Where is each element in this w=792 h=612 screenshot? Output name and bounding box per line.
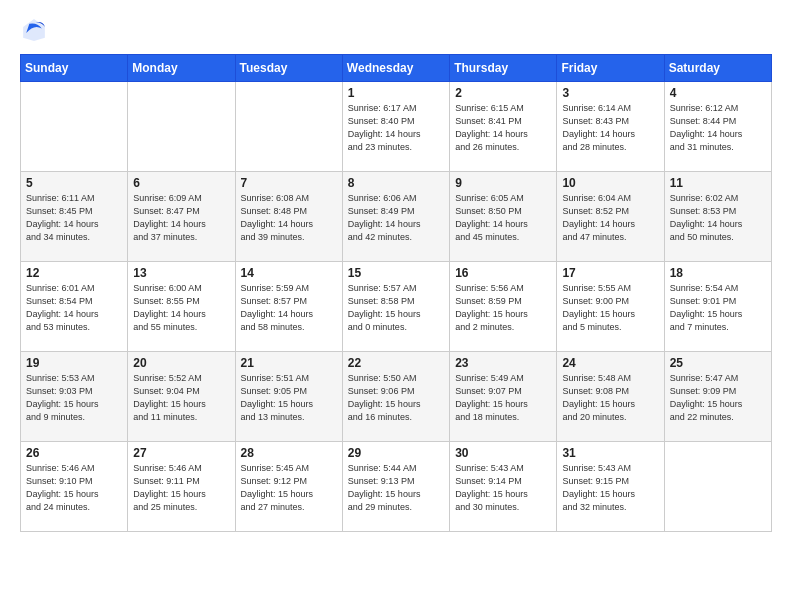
day-number: 20 [133,356,229,370]
calendar-cell: 24Sunrise: 5:48 AM Sunset: 9:08 PM Dayli… [557,352,664,442]
day-number: 26 [26,446,122,460]
day-number: 5 [26,176,122,190]
day-info: Sunrise: 6:11 AM Sunset: 8:45 PM Dayligh… [26,192,122,244]
calendar-cell: 8Sunrise: 6:06 AM Sunset: 8:49 PM Daylig… [342,172,449,262]
day-number: 18 [670,266,766,280]
weekday-header-saturday: Saturday [664,55,771,82]
calendar-cell: 21Sunrise: 5:51 AM Sunset: 9:05 PM Dayli… [235,352,342,442]
day-number: 25 [670,356,766,370]
day-info: Sunrise: 5:53 AM Sunset: 9:03 PM Dayligh… [26,372,122,424]
logo [20,16,52,44]
weekday-header-wednesday: Wednesday [342,55,449,82]
calendar-cell: 23Sunrise: 5:49 AM Sunset: 9:07 PM Dayli… [450,352,557,442]
day-number: 7 [241,176,337,190]
calendar-cell: 15Sunrise: 5:57 AM Sunset: 8:58 PM Dayli… [342,262,449,352]
day-info: Sunrise: 6:04 AM Sunset: 8:52 PM Dayligh… [562,192,658,244]
weekday-header-sunday: Sunday [21,55,128,82]
calendar-week-1: 1Sunrise: 6:17 AM Sunset: 8:40 PM Daylig… [21,82,772,172]
calendar-week-4: 19Sunrise: 5:53 AM Sunset: 9:03 PM Dayli… [21,352,772,442]
day-number: 10 [562,176,658,190]
day-number: 23 [455,356,551,370]
calendar-cell: 14Sunrise: 5:59 AM Sunset: 8:57 PM Dayli… [235,262,342,352]
day-number: 24 [562,356,658,370]
day-number: 16 [455,266,551,280]
calendar-cell: 28Sunrise: 5:45 AM Sunset: 9:12 PM Dayli… [235,442,342,532]
calendar-cell: 17Sunrise: 5:55 AM Sunset: 9:00 PM Dayli… [557,262,664,352]
day-info: Sunrise: 6:08 AM Sunset: 8:48 PM Dayligh… [241,192,337,244]
day-info: Sunrise: 5:50 AM Sunset: 9:06 PM Dayligh… [348,372,444,424]
day-info: Sunrise: 6:00 AM Sunset: 8:55 PM Dayligh… [133,282,229,334]
day-info: Sunrise: 6:12 AM Sunset: 8:44 PM Dayligh… [670,102,766,154]
calendar-week-3: 12Sunrise: 6:01 AM Sunset: 8:54 PM Dayli… [21,262,772,352]
day-number: 29 [348,446,444,460]
day-number: 4 [670,86,766,100]
day-number: 15 [348,266,444,280]
calendar-cell: 5Sunrise: 6:11 AM Sunset: 8:45 PM Daylig… [21,172,128,262]
calendar-table: SundayMondayTuesdayWednesdayThursdayFrid… [20,54,772,532]
day-number: 19 [26,356,122,370]
day-number: 1 [348,86,444,100]
calendar-cell: 12Sunrise: 6:01 AM Sunset: 8:54 PM Dayli… [21,262,128,352]
day-info: Sunrise: 5:46 AM Sunset: 9:11 PM Dayligh… [133,462,229,514]
day-number: 2 [455,86,551,100]
day-info: Sunrise: 5:47 AM Sunset: 9:09 PM Dayligh… [670,372,766,424]
day-info: Sunrise: 6:01 AM Sunset: 8:54 PM Dayligh… [26,282,122,334]
day-info: Sunrise: 5:43 AM Sunset: 9:15 PM Dayligh… [562,462,658,514]
day-info: Sunrise: 5:52 AM Sunset: 9:04 PM Dayligh… [133,372,229,424]
weekday-header-row: SundayMondayTuesdayWednesdayThursdayFrid… [21,55,772,82]
weekday-header-thursday: Thursday [450,55,557,82]
calendar-cell: 2Sunrise: 6:15 AM Sunset: 8:41 PM Daylig… [450,82,557,172]
day-info: Sunrise: 6:15 AM Sunset: 8:41 PM Dayligh… [455,102,551,154]
day-info: Sunrise: 5:57 AM Sunset: 8:58 PM Dayligh… [348,282,444,334]
weekday-header-friday: Friday [557,55,664,82]
calendar-cell: 22Sunrise: 5:50 AM Sunset: 9:06 PM Dayli… [342,352,449,442]
calendar-cell [664,442,771,532]
day-info: Sunrise: 6:17 AM Sunset: 8:40 PM Dayligh… [348,102,444,154]
calendar-cell: 7Sunrise: 6:08 AM Sunset: 8:48 PM Daylig… [235,172,342,262]
day-number: 31 [562,446,658,460]
calendar-cell: 9Sunrise: 6:05 AM Sunset: 8:50 PM Daylig… [450,172,557,262]
calendar-cell: 4Sunrise: 6:12 AM Sunset: 8:44 PM Daylig… [664,82,771,172]
day-info: Sunrise: 5:48 AM Sunset: 9:08 PM Dayligh… [562,372,658,424]
day-info: Sunrise: 6:06 AM Sunset: 8:49 PM Dayligh… [348,192,444,244]
day-info: Sunrise: 6:02 AM Sunset: 8:53 PM Dayligh… [670,192,766,244]
calendar-cell: 16Sunrise: 5:56 AM Sunset: 8:59 PM Dayli… [450,262,557,352]
day-number: 3 [562,86,658,100]
calendar-cell [235,82,342,172]
calendar-cell: 26Sunrise: 5:46 AM Sunset: 9:10 PM Dayli… [21,442,128,532]
calendar-cell: 10Sunrise: 6:04 AM Sunset: 8:52 PM Dayli… [557,172,664,262]
day-number: 6 [133,176,229,190]
day-number: 8 [348,176,444,190]
day-number: 30 [455,446,551,460]
day-info: Sunrise: 5:59 AM Sunset: 8:57 PM Dayligh… [241,282,337,334]
day-info: Sunrise: 5:56 AM Sunset: 8:59 PM Dayligh… [455,282,551,334]
day-number: 11 [670,176,766,190]
day-info: Sunrise: 5:55 AM Sunset: 9:00 PM Dayligh… [562,282,658,334]
day-number: 14 [241,266,337,280]
calendar-cell [128,82,235,172]
calendar-cell: 6Sunrise: 6:09 AM Sunset: 8:47 PM Daylig… [128,172,235,262]
calendar-cell: 3Sunrise: 6:14 AM Sunset: 8:43 PM Daylig… [557,82,664,172]
day-info: Sunrise: 5:44 AM Sunset: 9:13 PM Dayligh… [348,462,444,514]
calendar-cell: 30Sunrise: 5:43 AM Sunset: 9:14 PM Dayli… [450,442,557,532]
day-info: Sunrise: 5:51 AM Sunset: 9:05 PM Dayligh… [241,372,337,424]
day-info: Sunrise: 6:09 AM Sunset: 8:47 PM Dayligh… [133,192,229,244]
calendar-cell: 27Sunrise: 5:46 AM Sunset: 9:11 PM Dayli… [128,442,235,532]
calendar-cell [21,82,128,172]
day-info: Sunrise: 6:14 AM Sunset: 8:43 PM Dayligh… [562,102,658,154]
calendar-week-2: 5Sunrise: 6:11 AM Sunset: 8:45 PM Daylig… [21,172,772,262]
calendar-week-5: 26Sunrise: 5:46 AM Sunset: 9:10 PM Dayli… [21,442,772,532]
calendar-cell: 13Sunrise: 6:00 AM Sunset: 8:55 PM Dayli… [128,262,235,352]
page-header [20,16,772,44]
calendar-cell: 25Sunrise: 5:47 AM Sunset: 9:09 PM Dayli… [664,352,771,442]
weekday-header-tuesday: Tuesday [235,55,342,82]
day-info: Sunrise: 5:49 AM Sunset: 9:07 PM Dayligh… [455,372,551,424]
logo-icon [20,16,48,44]
calendar-cell: 18Sunrise: 5:54 AM Sunset: 9:01 PM Dayli… [664,262,771,352]
day-number: 28 [241,446,337,460]
day-number: 22 [348,356,444,370]
day-number: 21 [241,356,337,370]
day-info: Sunrise: 6:05 AM Sunset: 8:50 PM Dayligh… [455,192,551,244]
day-number: 27 [133,446,229,460]
day-number: 17 [562,266,658,280]
